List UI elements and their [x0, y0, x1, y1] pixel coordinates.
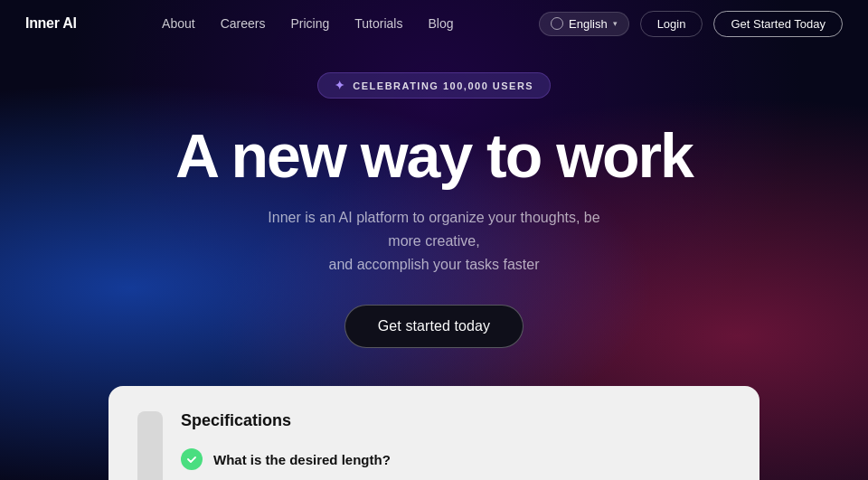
- card-content: Specifications What is the desired lengt…: [181, 411, 731, 480]
- get-started-nav-button[interactable]: Get Started Today: [713, 11, 843, 37]
- nav-link-blog[interactable]: Blog: [428, 16, 453, 31]
- card-inner: Specifications What is the desired lengt…: [137, 411, 731, 480]
- nav-links: About Careers Pricing Tutorials Blog: [162, 16, 453, 31]
- badge-text: CELEBRATING 100,000 USERS: [353, 80, 533, 91]
- nav-link-pricing[interactable]: Pricing: [290, 16, 329, 31]
- globe-icon: [551, 17, 563, 30]
- nav-link-careers[interactable]: Careers: [221, 16, 266, 31]
- hero-subtitle-line2: and accomplish your tasks faster: [329, 257, 540, 272]
- navbar: Inner AI About Careers Pricing Tutorials…: [0, 0, 868, 47]
- logo: Inner AI: [25, 15, 77, 32]
- hero-subtitle-line1: Inner is an AI platform to organize your…: [268, 210, 599, 249]
- nav-link-about[interactable]: About: [162, 16, 195, 31]
- hero-section: ✦ CELEBRATING 100,000 USERS A new way to…: [0, 47, 868, 348]
- card-wrapper: Specifications What is the desired lengt…: [0, 386, 868, 480]
- nav-link-tutorials[interactable]: Tutorials: [354, 16, 402, 31]
- nav-right: English ▾ Login Get Started Today: [539, 11, 843, 37]
- sparkle-icon: ✦: [335, 79, 346, 92]
- specifications-card: Specifications What is the desired lengt…: [108, 386, 760, 480]
- card-question-row: What is the desired length?: [181, 448, 731, 470]
- chevron-down-icon: ▾: [613, 19, 618, 28]
- language-label: English: [569, 17, 608, 31]
- card-sidebar-decoration: [137, 411, 163, 480]
- card-title: Specifications: [181, 411, 731, 430]
- card-question: What is the desired length?: [213, 452, 391, 467]
- hero-subtitle: Inner is an AI platform to organize your…: [253, 206, 615, 276]
- celebration-badge: ✦ CELEBRATING 100,000 USERS: [317, 72, 551, 99]
- check-icon: [181, 448, 203, 470]
- language-selector[interactable]: English ▾: [539, 12, 629, 36]
- login-button[interactable]: Login: [640, 11, 703, 37]
- hero-title: A new way to work: [175, 124, 693, 188]
- get-started-hero-button[interactable]: Get started today: [344, 305, 524, 348]
